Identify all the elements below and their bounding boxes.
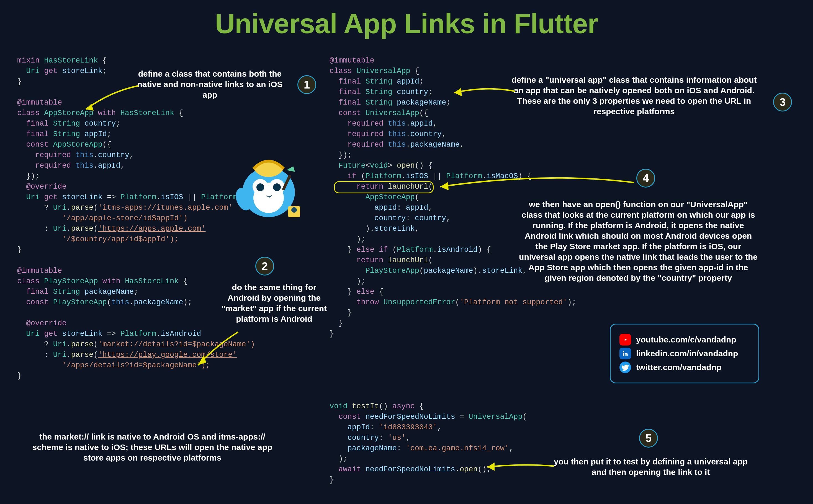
- fn: parse: [71, 225, 93, 233]
- kw: this: [388, 119, 406, 128]
- kw: class: [17, 277, 40, 285]
- str: '/$country/app/id$appId');: [62, 235, 178, 243]
- kw: return: [356, 256, 383, 264]
- type: String: [53, 130, 80, 138]
- svg-point-10: [273, 183, 281, 191]
- kw: if: [348, 172, 356, 180]
- prop: isIOS: [406, 172, 428, 180]
- str: 'market://details?id=$packageName'): [98, 340, 255, 349]
- kw: final: [26, 130, 48, 138]
- fn: parse: [71, 204, 93, 212]
- cls: AppStoreApp: [53, 141, 102, 149]
- type: Future: [338, 162, 365, 170]
- twitter-icon: [620, 362, 631, 373]
- social-youtube[interactable]: youtube.com/c/vandadnp: [620, 334, 750, 345]
- kw-with: with: [98, 109, 116, 117]
- kw: await: [338, 465, 361, 474]
- prop: packageName: [134, 298, 183, 306]
- prop: packageName: [424, 267, 473, 275]
- cls-appstoreapp: AppStoreApp: [44, 109, 93, 117]
- str: 'https://play.google.com/store': [98, 351, 237, 359]
- prop: packageName: [397, 98, 446, 107]
- kw-get: get: [44, 67, 58, 75]
- cls: HasStoreLink: [125, 277, 178, 285]
- fn-testit: testIt: [352, 402, 379, 411]
- prop: country: [98, 151, 129, 159]
- step-badge-1: 1: [297, 75, 316, 94]
- social-linkedin[interactable]: linkedin.com/in/vandadnp: [620, 348, 750, 359]
- social-twitter-label: twitter.com/vandadnp: [636, 363, 721, 372]
- code-right-column-test: void testIt() async { const needForSpeed…: [330, 401, 527, 485]
- kw: else: [356, 246, 374, 254]
- prop: storeLink: [62, 330, 102, 338]
- meta: @override: [26, 319, 66, 328]
- type: Platform: [366, 172, 402, 180]
- kw-class: class: [17, 109, 40, 117]
- kw: else: [356, 288, 374, 296]
- meta: @immutable: [330, 56, 374, 65]
- cls: AppStoreApp: [366, 193, 415, 201]
- prop: appId: [98, 162, 120, 170]
- annotation-3: define a "universal app" class that cont…: [509, 75, 759, 117]
- kw: required: [35, 151, 71, 159]
- prop: needForSpeedNoLimits: [366, 465, 455, 474]
- prop: isMacOS: [486, 172, 518, 180]
- kw: this: [76, 162, 94, 170]
- type: Platform: [446, 172, 482, 180]
- kw-mixin: mixin: [17, 56, 40, 65]
- str: 'id883393043': [379, 423, 437, 432]
- type: Uri: [53, 340, 67, 349]
- prop: storeLink: [62, 67, 102, 75]
- step-badge-4: 4: [636, 169, 655, 188]
- annotation-6: the market:// link is native to Android …: [25, 432, 280, 463]
- meta: @override: [26, 183, 66, 191]
- str: 'us': [388, 434, 406, 442]
- type: String: [53, 288, 80, 296]
- type: Uri: [53, 204, 67, 212]
- kw: throw: [356, 298, 379, 306]
- type: Platform: [120, 193, 156, 201]
- type: String: [366, 88, 392, 96]
- prop: needForSpeedNoLimits: [366, 413, 455, 421]
- cls: UniversalApp: [366, 109, 419, 117]
- kw: if: [379, 246, 388, 254]
- prop: appId: [406, 204, 428, 212]
- prop: isAndroid: [161, 330, 201, 338]
- kw: this: [111, 298, 129, 306]
- kw: this: [76, 151, 94, 159]
- str: 'com.ea.game.nfs14_row': [406, 444, 509, 453]
- prop: packageName: [348, 444, 397, 453]
- fn: open: [460, 465, 478, 474]
- cls-hasstorelink: HasStoreLink: [44, 56, 98, 65]
- prop: storeLink: [62, 193, 102, 201]
- kw: required: [348, 119, 384, 128]
- cls: UniversalApp: [468, 413, 522, 421]
- prop: country: [84, 119, 116, 128]
- cls: PlayStoreApp: [53, 298, 107, 306]
- type: void: [330, 402, 348, 411]
- kw: required: [35, 162, 71, 170]
- kw: async: [392, 402, 415, 411]
- type: Uri: [26, 330, 40, 338]
- prop: appId: [84, 130, 107, 138]
- meta-immutable: @immutable: [17, 98, 62, 107]
- type: String: [366, 77, 392, 86]
- cls-playstoreapp: PlayStoreApp: [44, 277, 98, 285]
- fn-open: open: [397, 162, 415, 170]
- meta: @immutable: [17, 267, 62, 275]
- svg-point-13: [291, 207, 297, 213]
- kw: this: [388, 141, 406, 149]
- social-youtube-label: youtube.com/c/vandadnp: [636, 335, 736, 344]
- step-badge-2: 2: [255, 257, 274, 276]
- str: '/apps/details?id=$packageName');: [62, 361, 210, 370]
- fn: launchUrl: [388, 256, 428, 264]
- kw: const: [338, 109, 361, 117]
- social-twitter[interactable]: twitter.com/vandadnp: [620, 362, 750, 373]
- annotation-1: define a class that contains both the na…: [132, 69, 288, 100]
- prop: appId: [348, 423, 370, 432]
- annotation-5: you then put it to test by defining a un…: [551, 456, 750, 477]
- kw: required: [348, 130, 384, 138]
- kw: this: [388, 130, 406, 138]
- youtube-icon: [620, 334, 631, 345]
- kw: final: [26, 288, 48, 296]
